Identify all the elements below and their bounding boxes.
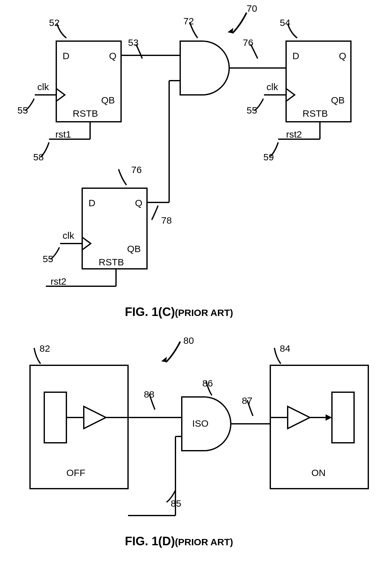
ref-85: 85 [171, 498, 181, 509]
svg-marker-26 [326, 414, 332, 421]
ref-87: 87 [242, 395, 252, 406]
rst1-label: rst1 [55, 129, 71, 140]
ref-53: 53 [128, 37, 138, 48]
ff3-qb-label: QB [127, 244, 141, 254]
ref-78: 78 [161, 215, 172, 226]
rst2-label: rst2 [286, 129, 302, 140]
ff1-qb-label: QB [101, 95, 115, 106]
fig-c-caption: FIG. 1(C)(PRIOR ART) [125, 305, 233, 319]
ref-72: 72 [183, 16, 194, 27]
ff3-clk-label: clk [63, 230, 74, 241]
off-label: OFF [66, 467, 85, 478]
ff2-clk-label: clk [266, 82, 278, 92]
iso-label: ISO [192, 418, 209, 429]
ff2-d-label: D [292, 51, 299, 61]
ff1-clk-ref: 55 [17, 105, 28, 116]
ref-76-ff: 76 [131, 164, 142, 175]
fig-d-svg [0, 335, 392, 557]
ff2-clk-ref: 55 [247, 105, 257, 116]
ref-52: 52 [49, 17, 59, 28]
ff2-qb-label: QB [331, 95, 345, 106]
ref-80: 80 [183, 335, 194, 346]
ref-54: 54 [280, 17, 290, 28]
ff3-d-label: D [89, 198, 95, 208]
ref-70: 70 [247, 3, 257, 14]
fig-c-svg [0, 0, 392, 316]
ref-86: 86 [202, 378, 213, 389]
ff1-rstb-label: RSTB [73, 108, 98, 119]
ff1-d-label: D [63, 51, 70, 61]
svg-marker-34 [161, 357, 167, 362]
svg-marker-25 [288, 406, 310, 429]
ff2-q-label: Q [339, 51, 346, 61]
svg-rect-24 [332, 392, 354, 443]
ff3-q-label: Q [135, 198, 142, 208]
ref-58: 58 [33, 152, 44, 163]
ref-88: 88 [144, 389, 154, 400]
ff3-rstb-label: RSTB [99, 257, 124, 268]
ref-82: 82 [40, 343, 50, 354]
ff1-q-label: Q [109, 51, 116, 61]
ff3-clk-ref: 55 [43, 254, 53, 264]
svg-marker-13 [228, 28, 233, 33]
ref-59: 59 [263, 152, 274, 163]
on-label: ON [311, 467, 326, 478]
fig-d-caption: FIG. 1(D)(PRIOR ART) [125, 535, 233, 548]
ff1-clk-label: clk [37, 82, 49, 92]
svg-marker-20 [84, 406, 106, 429]
rst2b-label: rst2 [51, 276, 66, 287]
ref-84: 84 [280, 343, 290, 354]
ref-76-wire: 76 [243, 37, 253, 48]
svg-rect-19 [44, 392, 66, 443]
page: 52 D Q QB RSTB clk 55 rst1 58 53 54 D Q … [0, 0, 392, 575]
ff2-rstb-label: RSTB [303, 108, 328, 119]
